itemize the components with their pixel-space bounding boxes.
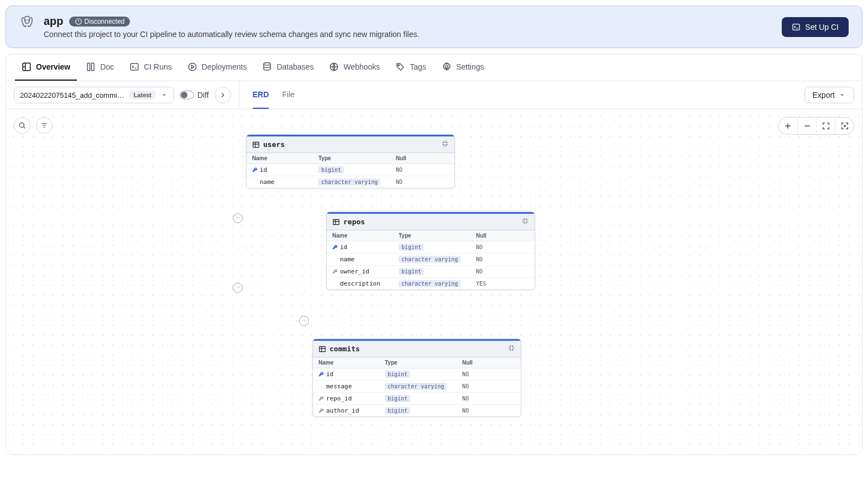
primary-key-icon xyxy=(332,245,338,250)
column-header-row: Name Type Null xyxy=(313,357,521,368)
table-icon xyxy=(318,345,326,353)
table-commits[interactable]: commits Name Type Null id bigint NO mess… xyxy=(312,339,521,417)
zoom-out-button[interactable] xyxy=(797,118,816,134)
migration-name: 20240222075145_add_commit... xyxy=(20,91,125,99)
switch-icon xyxy=(180,91,194,99)
table-row[interactable]: author_id bigint NO xyxy=(313,405,521,416)
maximize-icon xyxy=(822,122,830,130)
table-row[interactable]: id bigint NO xyxy=(313,368,521,381)
banner-subtitle: Connect this project to your CI pipeline… xyxy=(44,30,419,39)
svg-rect-18 xyxy=(253,142,259,147)
ci-banner: app Disconnected Connect this project to… xyxy=(6,6,862,48)
svg-point-11 xyxy=(19,123,24,127)
chevron-right-icon xyxy=(219,91,227,99)
table-row[interactable]: repo_id bigint NO xyxy=(313,393,521,405)
table-name: repos xyxy=(343,218,365,226)
banner-left: app Disconnected Connect this project to… xyxy=(19,15,419,39)
filter-icon xyxy=(40,122,48,129)
subtab-file[interactable]: File xyxy=(282,81,295,109)
database-icon xyxy=(262,62,272,72)
globe-icon xyxy=(329,62,339,72)
canvas-controls-left xyxy=(14,117,53,134)
toolbar-right: Export xyxy=(797,81,862,109)
subtab-erd[interactable]: ERD xyxy=(253,81,269,109)
latest-pill: Latest xyxy=(129,91,156,99)
tab-ci-runs[interactable]: CI Runs xyxy=(123,54,179,81)
table-header[interactable]: users xyxy=(247,135,454,153)
diff-toggle[interactable]: Diff xyxy=(180,91,209,99)
svg-rect-19 xyxy=(333,219,339,224)
setup-ci-label: Set Up CI xyxy=(805,23,839,31)
erd-canvas[interactable]: users Name Type Null id bigint NO name c… xyxy=(6,109,862,455)
banner-content: app Disconnected Connect this project to… xyxy=(44,15,419,39)
plus-icon xyxy=(783,122,792,130)
zoom-in-button[interactable] xyxy=(778,118,797,134)
table-repos[interactable]: repos Name Type Null id bigint NO name c… xyxy=(326,212,535,290)
relation-node[interactable] xyxy=(299,316,309,326)
svg-rect-5 xyxy=(130,64,138,70)
relation-node[interactable] xyxy=(233,283,243,293)
table-row[interactable]: id bigint NO xyxy=(327,241,535,254)
canvas-controls-right xyxy=(778,117,854,135)
table-row[interactable]: owner_id bigint NO xyxy=(327,266,535,278)
postgres-icon xyxy=(19,15,35,30)
relation-node[interactable] xyxy=(233,213,243,223)
center-view-button[interactable] xyxy=(835,118,854,134)
export-button[interactable]: Export xyxy=(804,87,854,103)
filter-button[interactable] xyxy=(36,117,53,134)
tab-deployments[interactable]: Deployments xyxy=(181,54,254,81)
table-row[interactable]: name character varying NO xyxy=(247,176,454,188)
tab-databases[interactable]: Databases xyxy=(255,54,320,81)
toolbar-left: 20240222075145_add_commit... Latest Diff xyxy=(6,81,239,109)
table-name: users xyxy=(263,140,285,149)
tab-tags[interactable]: Tags xyxy=(389,54,433,81)
table-header[interactable]: commits xyxy=(313,339,521,357)
table-row[interactable]: id bigint NO xyxy=(247,164,454,176)
search-button[interactable] xyxy=(14,117,30,134)
table-icon xyxy=(252,141,260,149)
status-badge: Disconnected xyxy=(69,17,130,27)
tab-overview[interactable]: Overview xyxy=(15,54,77,81)
chevron-down-icon xyxy=(838,91,846,99)
table-users[interactable]: users Name Type Null id bigint NO name c… xyxy=(246,134,455,188)
table-row[interactable]: name character varying NO xyxy=(327,254,535,266)
primary-key-icon xyxy=(318,372,324,377)
column-header-row: Name Type Null xyxy=(327,230,535,241)
migration-dropdown[interactable]: 20240222075145_add_commit... Latest xyxy=(14,87,174,103)
foreign-key-icon xyxy=(332,269,338,275)
minus-icon xyxy=(803,122,812,130)
main-tabs: Overview Doc CI Runs Deployments Databas… xyxy=(6,54,862,81)
project-title: app xyxy=(44,15,64,28)
tab-settings[interactable]: Settings xyxy=(435,54,491,81)
table-icon xyxy=(332,218,340,226)
toolbar-subtabs: ERD File xyxy=(239,81,308,109)
primary-key-icon xyxy=(252,167,258,173)
collapse-icon[interactable] xyxy=(521,217,529,226)
main-card: Overview Doc CI Runs Deployments Databas… xyxy=(6,54,862,455)
search-icon xyxy=(18,122,26,129)
export-label: Export xyxy=(813,91,835,99)
fit-view-button[interactable] xyxy=(816,118,835,134)
gear-icon xyxy=(442,62,452,72)
terminal-icon xyxy=(792,23,801,31)
svg-point-7 xyxy=(264,63,270,66)
table-row[interactable]: description character varying YES xyxy=(327,278,535,289)
tag-icon xyxy=(395,62,405,72)
setup-ci-button[interactable]: Set Up CI xyxy=(782,17,849,37)
terminal-icon xyxy=(129,62,139,72)
banner-title-row: app Disconnected xyxy=(44,15,419,28)
book-icon xyxy=(86,62,96,72)
alert-icon xyxy=(75,18,82,25)
collapse-icon[interactable] xyxy=(441,140,449,149)
svg-point-9 xyxy=(398,65,399,66)
collapse-icon[interactable] xyxy=(508,344,515,354)
svg-point-6 xyxy=(189,63,196,71)
toolbar: 20240222075145_add_commit... Latest Diff… xyxy=(6,81,862,109)
tab-webhooks[interactable]: Webhooks xyxy=(322,54,386,81)
table-row[interactable]: message character varying NO xyxy=(313,381,521,393)
column-header-row: Name Type Null xyxy=(247,153,454,164)
tab-doc[interactable]: Doc xyxy=(79,54,121,81)
next-button[interactable] xyxy=(215,87,231,103)
layout-icon xyxy=(22,62,32,72)
table-header[interactable]: repos xyxy=(327,212,535,230)
